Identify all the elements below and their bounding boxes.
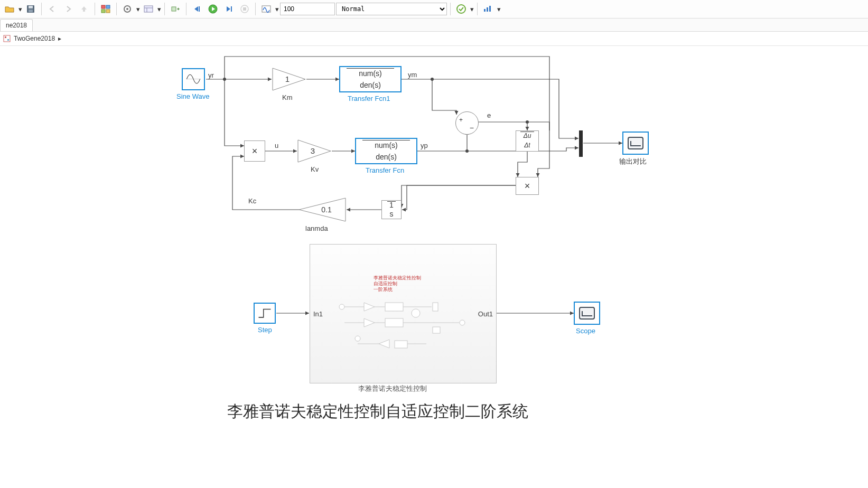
svg-rect-20 <box>484 9 486 12</box>
lanmda-label: lanmda <box>305 224 328 232</box>
mux-block[interactable] <box>579 130 583 157</box>
model-explorer-button[interactable] <box>141 2 156 16</box>
integrator-block[interactable]: 1 s <box>381 200 402 219</box>
yp-signal-label: yp <box>421 142 428 149</box>
integ-den: s <box>382 210 401 218</box>
explorer-dropdown[interactable]: ▾ <box>157 5 161 13</box>
step-forward-button[interactable] <box>221 2 236 16</box>
svg-rect-13 <box>199 6 200 12</box>
deploy-dropdown[interactable]: ▾ <box>497 5 501 13</box>
library-browser-button[interactable] <box>98 2 113 16</box>
svg-point-65 <box>460 320 465 325</box>
tf-den: den(s) <box>356 153 416 161</box>
svg-rect-6 <box>106 10 110 13</box>
breadcrumb-item[interactable]: TwoGene2018 <box>14 35 55 42</box>
gain-kv-block[interactable]: 3 <box>297 139 333 163</box>
svg-rect-2 <box>29 10 33 12</box>
stop-button[interactable] <box>237 2 252 16</box>
km-label: Km <box>282 93 293 101</box>
record-button[interactable] <box>259 2 274 16</box>
sine-wave-block[interactable] <box>182 68 205 90</box>
svg-rect-22 <box>489 6 491 12</box>
svg-rect-59 <box>433 303 438 311</box>
svg-rect-23 <box>4 35 10 42</box>
save-button[interactable] <box>23 2 38 16</box>
update-diagram-button[interactable] <box>168 2 183 16</box>
sum-block[interactable]: + − <box>455 111 479 135</box>
transfer-fcn-block[interactable]: num(s) den(s) <box>355 138 417 164</box>
svg-point-38 <box>526 120 529 124</box>
svg-text:0.1: 0.1 <box>321 205 332 214</box>
simulation-mode-select[interactable]: Normal <box>336 3 447 15</box>
gain-lanmda-block[interactable]: 0.1 <box>297 197 347 222</box>
tf-label: Transfer Fcn <box>366 166 404 174</box>
svg-rect-12 <box>172 7 176 11</box>
tf1-num: num(s) <box>340 69 400 78</box>
kc-label: Kc <box>248 197 256 205</box>
gain-km-block[interactable]: 1 <box>272 67 307 91</box>
svg-rect-24 <box>5 36 6 38</box>
sum-plus: + <box>459 116 463 124</box>
stop-time-input[interactable] <box>280 3 335 15</box>
u-signal-label: u <box>275 142 278 149</box>
kv-label: Kv <box>311 165 319 173</box>
svg-rect-15 <box>231 6 232 12</box>
svg-rect-9 <box>144 6 153 12</box>
scope1-label: 输出对比 <box>619 157 647 166</box>
scope-icon <box>628 137 643 149</box>
svg-rect-1 <box>29 6 33 8</box>
run-button[interactable] <box>206 2 220 16</box>
integ-num: 1 <box>382 201 401 209</box>
in1-port-label: In1 <box>313 310 323 318</box>
deriv-den: Δt <box>516 142 538 149</box>
step-back-button[interactable] <box>190 2 204 16</box>
svg-rect-68 <box>395 341 407 348</box>
step-label: Step <box>258 326 272 334</box>
scope2-label: Scope <box>576 327 595 335</box>
svg-point-27 <box>223 78 226 81</box>
deploy-button[interactable] <box>481 2 496 16</box>
step-block[interactable] <box>254 303 276 324</box>
model-icon <box>3 35 11 42</box>
svg-point-52 <box>339 304 344 309</box>
sine-wave-label: Sine Wave <box>176 92 209 100</box>
scope1-block[interactable] <box>622 132 649 155</box>
scope-icon <box>579 307 595 320</box>
forward-button[interactable] <box>61 2 76 16</box>
ym-signal-label: ym <box>408 71 417 79</box>
svg-point-31 <box>431 78 434 81</box>
config-dropdown[interactable]: ▾ <box>136 5 140 13</box>
svg-rect-62 <box>385 318 403 327</box>
open-button[interactable] <box>2 2 17 16</box>
svg-rect-21 <box>487 7 488 12</box>
svg-marker-67 <box>379 340 389 348</box>
scope2-block[interactable] <box>574 302 600 325</box>
up-button[interactable] <box>77 2 91 16</box>
svg-text:1: 1 <box>285 74 290 83</box>
build-dropdown[interactable]: ▾ <box>470 5 474 13</box>
derivative-block[interactable]: Δu Δt <box>516 130 539 152</box>
subsystem-thumbnail <box>337 297 470 366</box>
transfer-fcn1-block[interactable]: num(s) den(s) <box>339 66 402 92</box>
product2-block[interactable]: × <box>516 177 539 195</box>
svg-point-19 <box>457 5 465 13</box>
back-button[interactable] <box>45 2 60 16</box>
record-dropdown[interactable]: ▾ <box>275 5 279 13</box>
model-config-button[interactable] <box>120 2 135 16</box>
product1-block[interactable]: × <box>244 140 265 162</box>
subsystem-block[interactable]: In1 Out1 李雅普诺夫稳定性控制 自适应控制 一阶系统 <box>310 244 497 383</box>
svg-rect-4 <box>106 5 110 8</box>
svg-marker-61 <box>364 318 375 327</box>
model-canvas[interactable]: Sine Wave yr 1 Km num(s) den(s) Transfer… <box>0 46 868 479</box>
svg-rect-25 <box>7 39 9 41</box>
svg-rect-66 <box>433 327 440 333</box>
subsystem-red-text: 李雅普诺夫稳定性控制 自适应控制 一阶系统 <box>374 275 421 292</box>
tf-num: num(s) <box>356 141 416 149</box>
svg-point-35 <box>465 149 469 153</box>
svg-text:3: 3 <box>311 146 315 155</box>
open-dropdown[interactable]: ▾ <box>18 5 22 13</box>
e-signal-label: e <box>487 111 491 119</box>
model-tab[interactable]: ne2018 <box>0 19 33 31</box>
step-icon <box>258 307 272 319</box>
build-button[interactable] <box>454 2 469 16</box>
